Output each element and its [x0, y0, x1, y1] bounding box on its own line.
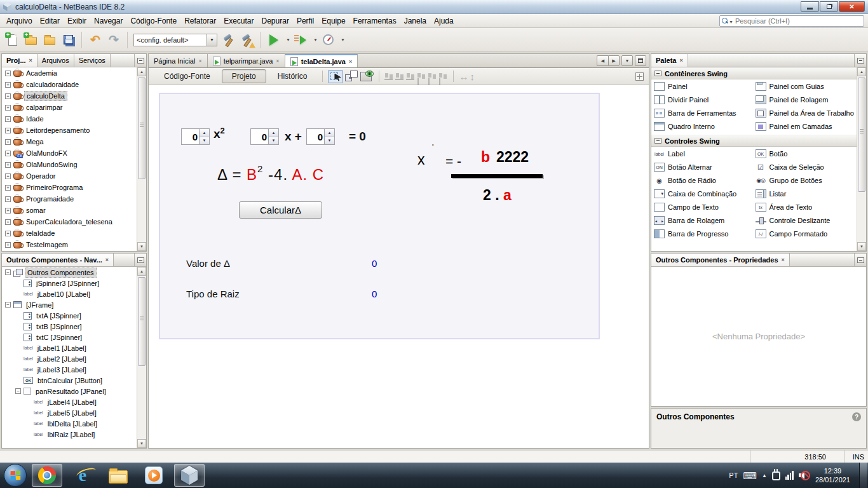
- tab-telparimpar[interactable]: telparimpar.java×: [208, 54, 285, 67]
- navigator-node[interactable]: lblRaiz [JLabel]: [2, 429, 137, 440]
- spinner-arrows-icon[interactable]: ▲▼: [324, 129, 334, 144]
- view-history-button[interactable]: Histórico: [268, 69, 318, 83]
- calcular-delta-button[interactable]: CalcularΔ: [239, 201, 322, 219]
- navigator-node-label[interactable]: jSpinner3 [JSpinner]: [34, 279, 101, 288]
- project-item[interactable]: +TesteImagem: [2, 239, 137, 250]
- keyboard-icon[interactable]: ⌨: [743, 471, 757, 480]
- view-design-button[interactable]: Projeto: [222, 69, 266, 83]
- palette-item[interactable]: Painel da Área de Trabalho: [756, 109, 857, 118]
- config-dropdown-icon[interactable]: ▼: [207, 34, 217, 46]
- navigator-node-label[interactable]: jLabel2 [JLabel]: [36, 355, 88, 363]
- navigator-node[interactable]: txtB [JSpinner]: [2, 321, 137, 332]
- project-item[interactable]: +calculadoraidade: [2, 79, 137, 90]
- menu-item-10[interactable]: Ferramentas: [349, 15, 400, 27]
- scroll-up-icon[interactable]: ▲: [137, 67, 146, 76]
- expand-icon[interactable]: +: [5, 242, 11, 248]
- project-item[interactable]: +calculoDelta: [2, 90, 137, 102]
- maximize-editor-icon[interactable]: [635, 55, 646, 66]
- minimize-panel-button[interactable]: [854, 54, 866, 67]
- clean-build-button[interactable]: [239, 32, 254, 48]
- palette-item[interactable]: Caixa de Combinação: [654, 189, 756, 198]
- project-label[interactable]: Academia: [24, 69, 59, 78]
- undo-button[interactable]: ↶: [88, 32, 103, 48]
- project-item[interactable]: +Mega: [2, 136, 137, 147]
- project-label[interactable]: Idade: [24, 114, 46, 123]
- tab-teladelta[interactable]: telaDelta.java×: [285, 54, 358, 67]
- menu-item-6[interactable]: Executar: [220, 15, 257, 27]
- expand-icon[interactable]: +: [5, 128, 11, 133]
- palette-item[interactable]: ONBotão Alternar: [654, 163, 756, 172]
- spinner-a-value[interactable]: [182, 129, 199, 144]
- form-canvas[interactable]: ▲▼ x2 ▲▼ x + ▲▼ = 0 Δ = B2 -4. A. C Calc…: [159, 93, 600, 339]
- taskbar-netbeans-button[interactable]: [174, 464, 205, 487]
- navigator-node[interactable]: lblDelta [JLabel]: [2, 418, 137, 429]
- expand-icon[interactable]: +: [5, 82, 11, 88]
- project-label[interactable]: calculadoraidade: [24, 80, 81, 89]
- palette-item[interactable]: labelLabel: [654, 149, 756, 158]
- preview-design-icon[interactable]: [360, 70, 374, 83]
- project-label[interactable]: Operador: [24, 172, 57, 180]
- minimize-button[interactable]: [801, 1, 819, 12]
- align-right-icon[interactable]: [395, 72, 405, 81]
- resize-horizontal-icon[interactable]: ↔: [459, 72, 468, 81]
- palette-scrollbar[interactable]: ▲ ▼: [857, 67, 866, 251]
- navigator-node-label[interactable]: jLabel4 [JLabel]: [46, 398, 98, 407]
- spinner-a[interactable]: ▲▼: [181, 128, 210, 145]
- align-bottom-icon[interactable]: [428, 72, 437, 81]
- project-label[interactable]: TesteImagem: [24, 240, 70, 249]
- palette-item[interactable]: Barra de Rolagem: [654, 216, 756, 225]
- expand-icon[interactable]: +: [5, 208, 11, 214]
- taskbar-explorer-button[interactable]: [103, 464, 133, 487]
- project-label[interactable]: OlaMundoSwing: [24, 160, 79, 169]
- expand-icon[interactable]: +: [5, 71, 11, 76]
- profile-project-button[interactable]: [321, 32, 336, 48]
- close-icon[interactable]: ×: [276, 58, 279, 64]
- menu-item-4[interactable]: Código-Fonte: [126, 15, 180, 27]
- scroll-thumb[interactable]: [858, 78, 865, 192]
- volume-muted-icon[interactable]: [799, 470, 810, 480]
- palette-item[interactable]: Barra de Progresso: [654, 229, 756, 238]
- safely-remove-hardware-icon[interactable]: [772, 471, 780, 480]
- palette-item[interactable]: OKBotão: [756, 149, 857, 158]
- navigator-node[interactable]: btnCalcular [JButton]: [2, 375, 137, 386]
- minimize-panel-button[interactable]: [134, 254, 146, 266]
- tab-palette[interactable]: Paleta×: [651, 54, 688, 67]
- spinner-b-value[interactable]: [251, 129, 268, 144]
- navigator-node[interactable]: jLabel3 [JLabel]: [2, 364, 137, 375]
- collapse-icon[interactable]: −: [5, 302, 11, 308]
- project-label[interactable]: Leitordepensamento: [24, 126, 92, 135]
- align-left-icon[interactable]: [384, 72, 394, 81]
- palette-item[interactable]: Campo de Texto: [654, 203, 756, 212]
- connection-mode-icon[interactable]: [344, 70, 358, 83]
- project-item[interactable]: +telaIdade: [2, 227, 137, 239]
- project-label[interactable]: SuperCalculadora_telesena: [24, 217, 114, 226]
- collapse-icon[interactable]: −: [5, 269, 11, 275]
- navigator-node-label[interactable]: panResultado [JPanel]: [34, 387, 108, 396]
- open-project-button[interactable]: [42, 32, 57, 48]
- navigator-node-label[interactable]: jLabel1 [JLabel]: [36, 344, 88, 353]
- navigator-node[interactable]: −Outros Componentes: [2, 267, 137, 278]
- redo-button[interactable]: ↷: [106, 32, 121, 48]
- menu-item-1[interactable]: Editar: [36, 15, 64, 27]
- minimize-panel-button[interactable]: [854, 254, 866, 266]
- menu-item-0[interactable]: Arquivo: [3, 15, 36, 27]
- navigator-scrollbar[interactable]: ▲ ▼: [137, 267, 146, 448]
- navigator-node-label[interactable]: txtC [JSpinner]: [34, 333, 84, 342]
- project-item[interactable]: +Idade: [2, 113, 137, 125]
- project-item[interactable]: +somar: [2, 205, 137, 216]
- project-label[interactable]: telaIdade: [24, 229, 57, 238]
- search-input[interactable]: [735, 17, 862, 25]
- close-icon[interactable]: ×: [198, 58, 201, 64]
- align-top-icon[interactable]: [417, 72, 426, 81]
- spinner-c[interactable]: ▲▼: [306, 128, 335, 145]
- navigator-node[interactable]: jSpinner3 [JSpinner]: [2, 278, 137, 288]
- projects-scrollbar[interactable]: ▲ ▼: [137, 67, 146, 251]
- expand-icon[interactable]: +: [5, 231, 11, 236]
- search-dropdown-icon[interactable]: ▼: [729, 20, 733, 24]
- collapse-icon[interactable]: −: [15, 388, 21, 394]
- project-item[interactable]: +Leitordepensamento: [2, 125, 137, 136]
- project-label[interactable]: Programaidade: [24, 194, 76, 203]
- close-icon[interactable]: ×: [782, 257, 785, 263]
- navigator-node-label[interactable]: txtA [JSpinner]: [34, 311, 83, 320]
- project-item[interactable]: +OlaMundoSwing: [2, 159, 137, 170]
